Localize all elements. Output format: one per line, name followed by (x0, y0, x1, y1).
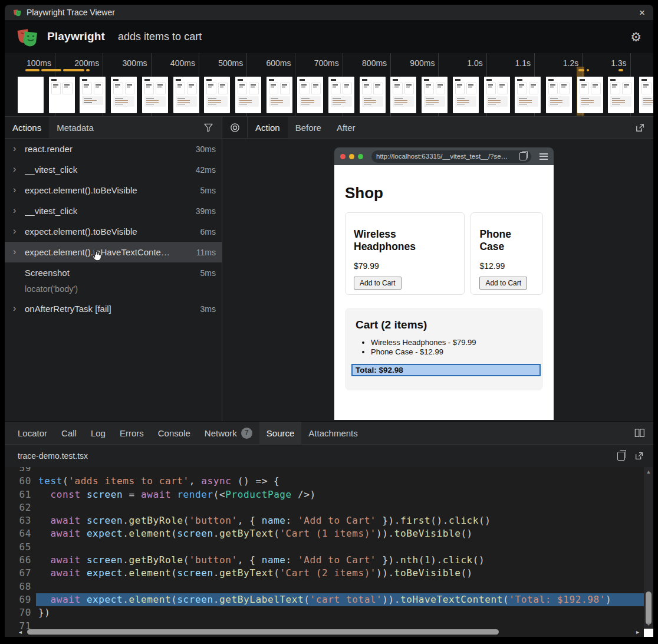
scroll-up-icon[interactable]: ▲ (644, 469, 653, 475)
chevron-right-icon[interactable]: › (13, 226, 25, 236)
chevron-right-icon[interactable]: › (13, 303, 25, 314)
thumbnail-mini-card (517, 83, 527, 94)
tab-source[interactable]: Source (259, 422, 302, 444)
thumbnail-mini-card (610, 83, 620, 94)
copy-source-icon[interactable] (617, 452, 625, 461)
action-row-expect-element-tobevisible[interactable]: ›expect.element().toBeVisible5ms (5, 180, 222, 201)
code-line-63[interactable]: 63 await screen.getByRole('button', { na… (5, 514, 644, 527)
code-line-67[interactable]: 67 await expect.element(screen.getByText… (5, 567, 644, 580)
timeline-thumbnail[interactable] (18, 77, 44, 113)
timeline-thumbnail[interactable] (484, 77, 510, 113)
code-line-70[interactable]: 70}) (5, 606, 644, 619)
tab-after[interactable]: After (329, 117, 363, 138)
timeline-thumbnail[interactable] (173, 77, 199, 113)
settings-gear-icon[interactable]: ⚙ (630, 31, 641, 43)
open-snapshot-external-icon[interactable] (635, 123, 645, 133)
timeline-thumbnail[interactable] (422, 77, 448, 113)
timeline-thumbnail[interactable] (142, 77, 168, 113)
tab-call[interactable]: Call (54, 422, 84, 444)
menu-icon[interactable] (539, 153, 548, 160)
address-bar[interactable]: http://localhost:63315/__vitest_test__/?… (371, 150, 531, 163)
code-line-69[interactable]: 69 await expect.element(screen.getByLabe… (5, 593, 644, 606)
thumbnail-mini-card (436, 83, 446, 94)
timeline-thumbnail[interactable] (267, 77, 292, 113)
code-line-62[interactable]: 62 (5, 501, 644, 514)
traffic-light-red (340, 154, 346, 159)
timeline-thumbnail[interactable] (453, 77, 479, 113)
thumbnail-mini-cards (610, 83, 631, 94)
traffic-light-yellow (349, 154, 354, 159)
vertical-scrollbar[interactable]: ▲ ▼ (644, 467, 653, 629)
add-to-cart-button[interactable]: Add to Cart (354, 277, 402, 290)
tab-log[interactable]: Log (84, 422, 113, 444)
chevron-right-icon[interactable]: › (13, 185, 25, 195)
line-number: 68 (5, 580, 31, 593)
split-view-icon[interactable] (634, 428, 645, 438)
copy-url-icon[interactable] (519, 152, 527, 160)
timeline-thumbnail[interactable] (80, 77, 106, 113)
traffic-light-green (358, 154, 363, 159)
tab-actions[interactable]: Actions (5, 117, 49, 138)
tab-attachments[interactable]: Attachments (301, 422, 364, 444)
timeline-thumbnail[interactable] (608, 77, 634, 113)
filter-icon[interactable] (203, 123, 213, 132)
tab-network[interactable]: Network7 (198, 422, 259, 444)
action-row-screenshot[interactable]: Screenshot5ms (5, 262, 222, 283)
timeline-thumbnail[interactable] (577, 77, 603, 113)
scroll-right-icon[interactable]: ▸ (636, 629, 639, 635)
close-icon[interactable]: × (639, 8, 645, 18)
chevron-right-icon[interactable]: › (13, 247, 25, 257)
timeline-thumbnail[interactable] (390, 77, 416, 113)
code-line-60[interactable]: 60test('adds items to cart', async () =>… (5, 475, 644, 488)
thumbnail-mini-cart (269, 96, 290, 107)
horizontal-scroll-thumb[interactable] (27, 629, 499, 635)
timeline-thumbnail[interactable] (235, 77, 261, 113)
cart-total-highlighted: Total: $92.98 (351, 364, 541, 376)
timeline-thumbnail[interactable] (204, 77, 230, 113)
action-row-onafterretrytask-fail[interactable]: ›onAfterRetryTask [fail]3ms (5, 298, 222, 319)
action-row-expect-element-tohavetextconte[interactable]: ›expect.element().toHaveTextConte…11ms (5, 242, 222, 262)
code-line-68[interactable]: 68 (5, 580, 644, 593)
code-line-66[interactable]: 66 await screen.getByRole('button', { na… (5, 554, 644, 567)
snapshot-tabstrip: ActionBeforeAfter (222, 117, 653, 139)
pick-locator-target-icon[interactable] (222, 117, 248, 138)
code-line-59[interactable]: 59 (5, 467, 644, 475)
horizontal-scrollbar[interactable]: ◂ ▸ (5, 629, 644, 635)
chevron-right-icon[interactable]: › (13, 143, 25, 154)
app-header: Playwright adds items to cart ⚙ (5, 20, 653, 53)
timeline-thumbnail[interactable] (515, 77, 541, 113)
scroll-left-icon[interactable]: ◂ (19, 629, 22, 635)
timeline-thumbnail[interactable] (546, 77, 572, 113)
code-line-64[interactable]: 64 await expect.element(screen.getByText… (5, 527, 644, 540)
tab-label-attachments: Attachments (308, 428, 357, 438)
thumbnail-mini-cart (362, 96, 383, 107)
line-content (38, 467, 644, 475)
timeline-thumbnail[interactable] (111, 77, 137, 113)
open-external-icon[interactable] (634, 451, 644, 461)
action-row-expect-element-tobevisible[interactable]: ›expect.element().toBeVisible6ms (5, 221, 222, 242)
timeline-thumbnail[interactable] (639, 77, 653, 113)
code-line-61[interactable]: 61 const screen = await render(<ProductP… (5, 488, 644, 501)
thumbnail-mini-header (269, 79, 274, 81)
tab-before[interactable]: Before (288, 117, 329, 138)
tab-errors[interactable]: Errors (113, 422, 151, 444)
timeline-thumbnail[interactable] (328, 77, 354, 113)
tab-console[interactable]: Console (151, 422, 198, 444)
timeline-thumbnail[interactable] (49, 77, 75, 113)
add-to-cart-button[interactable]: Add to Cart (479, 277, 527, 290)
timeline-thumbnail[interactable] (297, 77, 323, 113)
timeline[interactable]: 100ms200ms300ms400ms500ms600ms700ms800ms… (5, 53, 653, 117)
chevron-right-icon[interactable]: › (13, 205, 25, 216)
tab-action[interactable]: Action (248, 117, 288, 138)
scroll-down-icon[interactable]: ▼ (644, 621, 653, 627)
thumbnail-mini-card (548, 83, 558, 94)
tab-locator[interactable]: Locator (11, 422, 54, 444)
code-line-65[interactable]: 65 (5, 541, 644, 554)
action-row-vitest-click[interactable]: ›__vitest_click42ms (5, 159, 222, 180)
vertical-scroll-thumb[interactable] (646, 592, 652, 625)
action-row-react-render[interactable]: ›react.render30ms (5, 139, 222, 159)
timeline-thumbnail[interactable] (360, 77, 386, 113)
tab-metadata[interactable]: Metadata (49, 117, 101, 138)
action-row-vitest-click[interactable]: ›__vitest_click39ms (5, 201, 222, 221)
chevron-right-icon[interactable]: › (13, 164, 25, 175)
